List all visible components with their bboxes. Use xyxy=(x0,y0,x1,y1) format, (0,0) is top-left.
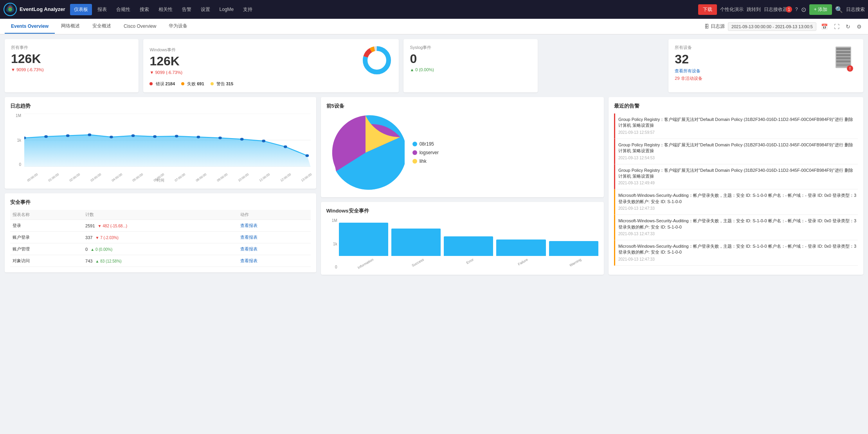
table-row: 登录 2591 ▼ 482 (-15.68...) 查看报表 xyxy=(10,220,311,232)
alert-time-4: 2021-09-13 12:47:33 xyxy=(618,231,858,237)
row3-change: ▲ 83 (12.58%) xyxy=(95,259,121,263)
nav-reports[interactable]: 报表 xyxy=(94,4,111,15)
svg-rect-9 xyxy=(836,51,850,53)
syslog-events-label: Syslog事件 xyxy=(410,45,531,50)
row0-name: 登录 xyxy=(10,220,83,232)
legend-08r195: 08r195 xyxy=(412,141,439,147)
log-source-button[interactable]: 🗄 日志源 xyxy=(704,23,725,30)
row1-name: 账户登录 xyxy=(10,232,83,243)
goto-button[interactable]: 跳转到 xyxy=(747,6,761,13)
inactive-devices-link[interactable]: 29 非活动设备 xyxy=(675,76,702,81)
nav-alert[interactable]: 告警 xyxy=(178,4,195,15)
windows-security-title: Windows安全事件 xyxy=(326,207,598,214)
legend-dot-08r195 xyxy=(412,142,417,146)
row2-count: 0 ▲ 0 (0.00%) xyxy=(83,243,238,255)
windows-events-card: Windows事件 126K ▼ 9099 (-6.73%) xyxy=(143,39,399,92)
row1-view-link[interactable]: 查看报表 xyxy=(240,235,258,240)
nav-search[interactable]: 搜索 xyxy=(136,4,153,15)
bar-failure-fill xyxy=(496,240,546,256)
tab-security-overview[interactable]: 安全概述 xyxy=(86,19,117,34)
warning-badge: 警告 315 xyxy=(211,81,233,87)
tab-cisco-overview[interactable]: Cisco Overview xyxy=(117,20,162,34)
personalize-button[interactable]: 个性化演示 xyxy=(720,6,744,13)
svg-rect-12 xyxy=(836,60,850,63)
bar-error: Error xyxy=(444,236,493,261)
row3-view-link[interactable]: 查看报表 xyxy=(240,258,258,263)
failure-dot xyxy=(181,82,184,85)
tab-events-overview[interactable]: Events Overview xyxy=(5,20,55,34)
log-receiver-button[interactable]: 日志接收器 xyxy=(764,6,787,13)
bar-failure-label: Failure xyxy=(517,258,529,266)
row0-change: ▼ 482 (-15.68...) xyxy=(98,224,128,228)
svg-rect-8 xyxy=(836,48,850,50)
log-search-button[interactable]: 日志搜索 xyxy=(846,6,865,13)
svg-point-22 xyxy=(88,133,91,136)
alert-item-0: Group Policy Registry：客户端扩展无法对"Default D… xyxy=(614,113,858,139)
all-events-label: 所有事件 xyxy=(11,45,132,50)
donut-chart xyxy=(361,45,393,77)
legend-dot-logserver xyxy=(412,150,417,155)
bar-chart-bars: Information Success Error Failure xyxy=(339,218,598,269)
bar-failure: Failure xyxy=(496,240,546,261)
nav-dashboard[interactable]: 仪表板 xyxy=(70,4,92,15)
secondary-nav-right: 🗄 日志源 2021-09-13 00:00:00 - 2021-09-13 1… xyxy=(704,22,863,31)
nav-compliance[interactable]: 合规性 xyxy=(112,4,134,15)
user-icon[interactable]: ⊙ xyxy=(801,6,806,13)
alert-text-3: Microsoft-Windows-Security-Auditing：帐户登录… xyxy=(618,193,858,205)
alert-time-0: 2021-09-13 12:59:57 xyxy=(618,130,858,135)
legend-lihk: lihk xyxy=(412,158,439,164)
svg-point-23 xyxy=(110,136,113,139)
add-button[interactable]: + 添加 xyxy=(809,4,832,15)
bar-error-fill xyxy=(444,236,493,256)
nav-logme[interactable]: LogMe xyxy=(216,4,238,14)
bar-warning: Warning xyxy=(549,241,598,261)
security-events-table: 报表名称 计数 动作 登录 2591 ▼ 482 (-15.68...) xyxy=(10,210,311,267)
tab-huawei-devices[interactable]: 华为设备 xyxy=(162,19,194,34)
bar-information-label: Information xyxy=(357,258,374,270)
center-column: 前5设备 xyxy=(321,97,604,275)
bar-information: Information xyxy=(339,223,388,261)
pie-chart-area: 08r195 logserver lihk xyxy=(326,113,598,192)
main-content: 所有事件 126K ▼ 9099 (-6.73%) Windows事件 126K… xyxy=(0,34,868,279)
top5-devices-panel: 前5设备 xyxy=(321,97,604,197)
log-source-label: 日志源 xyxy=(711,23,725,30)
svg-point-25 xyxy=(153,135,157,138)
windows-events-badges: 错误 2184 失败 691 警告 315 xyxy=(149,81,393,87)
windows-events-text: Windows事件 126K ▼ 9099 (-6.73%) xyxy=(149,47,182,74)
row1-action: 查看报表 xyxy=(238,232,311,243)
windows-events-change: ▼ 9099 (-6.73%) xyxy=(149,70,182,75)
row1-count: 337 ▼ 7 (-2.03%) xyxy=(83,232,238,243)
svg-rect-10 xyxy=(836,54,850,56)
alert-item-1: Group Policy Registry：客户端扩展无法对"Default D… xyxy=(614,139,858,164)
svg-point-32 xyxy=(306,154,309,157)
help-button[interactable]: ? xyxy=(795,7,798,12)
bar-chart-container: 1M 1k 0 Information Success xyxy=(326,218,598,269)
logo: EventLog Analyzer xyxy=(3,2,65,16)
right-column: 最近的告警 Group Policy Registry：客户端扩展无法对"Def… xyxy=(609,97,863,275)
col-action: 动作 xyxy=(238,210,311,220)
tab-network-overview[interactable]: 网络概述 xyxy=(55,19,86,34)
settings-icon[interactable]: ⚙ xyxy=(855,22,863,31)
nav-settings[interactable]: 设置 xyxy=(197,4,214,15)
alert-text-4: Microsoft-Windows-Security-Auditing：帐户登录… xyxy=(618,218,858,230)
search-icon[interactable]: 🔍 xyxy=(835,6,843,13)
calendar-icon[interactable]: 📅 xyxy=(819,22,829,31)
svg-point-27 xyxy=(196,136,200,139)
row0-view-link[interactable]: 查看报表 xyxy=(240,223,258,228)
failure-badge: 失败 691 xyxy=(181,81,204,87)
refresh-icon[interactable]: ↻ xyxy=(844,22,852,31)
recent-alerts-title: 最近的告警 xyxy=(614,103,858,110)
stat-cards-row: 所有事件 126K ▼ 9099 (-6.73%) Windows事件 126K… xyxy=(5,39,863,92)
nav-correlation[interactable]: 相关性 xyxy=(155,4,176,15)
expand-icon[interactable]: ⛶ xyxy=(832,22,841,31)
download-button[interactable]: 下载 xyxy=(698,4,717,15)
view-all-devices-link[interactable]: 查看所有设备 xyxy=(675,68,702,74)
col-count: 计数 xyxy=(83,210,238,220)
security-events-title: 安全事件 xyxy=(10,199,311,206)
row2-view-link[interactable]: 查看报表 xyxy=(240,247,258,251)
nav-support[interactable]: 支持 xyxy=(239,4,256,15)
date-range-picker[interactable]: 2021-09-13 00:00:00 - 2021-09-13 13:00:5 xyxy=(728,22,816,31)
left-column: 日志趋势 1M 1k 0 xyxy=(5,97,316,275)
y-axis: 1M 1k 0 xyxy=(10,113,23,167)
log-trend-title: 日志趋势 xyxy=(10,103,311,110)
